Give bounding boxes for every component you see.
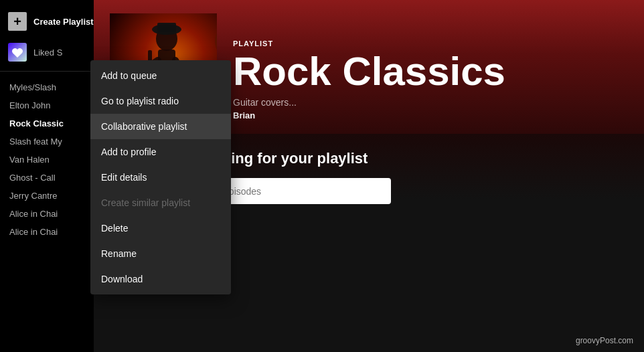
playlist-item[interactable]: Myles/Slash <box>0 78 94 96</box>
sidebar-divider <box>0 71 94 72</box>
menu-item-download[interactable]: Download <box>90 266 231 292</box>
playlist-item[interactable]: Ghost - Call <box>0 169 94 187</box>
menu-item-create-similar-playlist: Create similar playlist <box>90 190 231 215</box>
playlist-title: Rock Classics <box>233 52 628 92</box>
create-playlist-label: Create Playlist <box>33 17 94 27</box>
context-menu: Add to queueGo to playlist radioCollabor… <box>90 60 231 294</box>
playlist-info: PLAYLIST Rock Classics Guitar covers... … <box>233 39 628 120</box>
playlist-list: Myles/SlashElton JohnRock ClassicSlash f… <box>0 76 94 352</box>
liked-songs-icon <box>8 43 27 62</box>
menu-item-add-to-queue[interactable]: Add to queue <box>90 63 231 88</box>
create-playlist-button[interactable]: + Create Playlist <box>0 5 94 37</box>
playlist-item[interactable]: Elton John <box>0 96 94 114</box>
playlist-item[interactable]: Jerry Cantre <box>0 187 94 205</box>
menu-item-collaborative-playlist[interactable]: Collaborative playlist <box>90 114 231 139</box>
plus-icon: + <box>8 12 27 31</box>
menu-item-add-to-profile[interactable]: Add to profile <box>90 139 231 165</box>
sidebar: + Create Playlist Liked S Myles/SlashElt… <box>0 0 94 352</box>
playlist-item[interactable]: Slash feat My <box>0 133 94 151</box>
svg-rect-7 <box>157 23 176 32</box>
liked-songs-item[interactable]: Liked S <box>0 37 94 67</box>
menu-item-edit-details[interactable]: Edit details <box>90 165 231 190</box>
playlist-description: Guitar covers... <box>233 97 628 108</box>
playlist-type-label: PLAYLIST <box>233 39 628 48</box>
watermark-text: groovyPost.com <box>576 336 633 345</box>
menu-item-rename[interactable]: Rename <box>90 241 231 266</box>
menu-item-go-to-playlist-radio[interactable]: Go to playlist radio <box>90 88 231 114</box>
playlist-item[interactable]: Van Halen <box>0 151 94 169</box>
playlist-item[interactable]: Alice in Chai <box>0 205 94 223</box>
playlist-owner: Brian <box>233 110 628 120</box>
playlist-item[interactable]: Rock Classic <box>0 114 94 133</box>
menu-item-delete[interactable]: Delete <box>90 215 231 241</box>
liked-songs-label: Liked S <box>33 48 62 58</box>
playlist-item[interactable]: Alice in Chai <box>0 223 94 241</box>
watermark: groovyPost.com <box>576 336 633 345</box>
